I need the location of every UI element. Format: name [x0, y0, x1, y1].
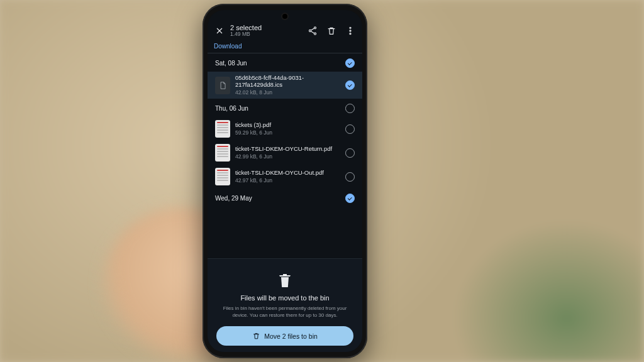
svg-point-3	[350, 27, 351, 28]
file-select-toggle[interactable]	[345, 172, 355, 182]
file-select-toggle[interactable]	[345, 148, 355, 158]
cta-label: Move 2 files to bin	[264, 332, 318, 340]
sheet-body: Files in bin haven't been permanently de…	[216, 305, 353, 319]
pdf-thumbnail-icon	[215, 144, 230, 162]
file-row[interactable]: tickets (3).pdf 59.29 kB, 6 Jun	[208, 117, 362, 141]
group-select-toggle[interactable]	[345, 194, 355, 203]
file-row-partial[interactable]	[215, 209, 355, 218]
file-list: Sat, 08 Jun 05d6b5c8-fcff-44da-9031-217f…	[208, 53, 362, 218]
file-subtext: 42.02 kB, 8 Jun	[235, 89, 340, 96]
file-select-toggle[interactable]	[345, 124, 355, 134]
group-select-toggle[interactable]	[345, 104, 355, 113]
app-bar: 2 selected 1.49 MB	[208, 23, 362, 41]
file-icon	[215, 77, 230, 94]
file-subtext: 42.99 kB, 6 Jun	[235, 153, 340, 160]
svg-point-4	[350, 30, 351, 31]
selection-size: 1.49 MB	[230, 31, 302, 37]
confirm-sheet: Files will be moved to the bin Files in …	[208, 258, 362, 352]
phone-screen: 2 selected 1.49 MB Download Sat, 08 Jun	[208, 10, 362, 352]
appbar-title-block: 2 selected 1.49 MB	[230, 24, 302, 37]
file-row[interactable]: ticket-TSLI-DKEM-OYCU-Out.pdf 42.97 kB, …	[208, 165, 362, 189]
group-header[interactable]: Wed, 29 May	[208, 189, 362, 207]
close-icon[interactable]	[214, 25, 225, 36]
camera-cutout	[282, 14, 287, 19]
file-name: 05d6b5c8-fcff-44da-9031-217fa1429dd8.ics	[235, 75, 340, 89]
delete-icon[interactable]	[326, 25, 337, 36]
file-subtext: 59.29 kB, 6 Jun	[235, 129, 340, 136]
file-subtext: 42.97 kB, 6 Jun	[235, 177, 340, 184]
share-icon[interactable]	[307, 25, 318, 36]
bin-small-icon	[252, 332, 260, 340]
group-header[interactable]: Thu, 06 Jun	[208, 99, 362, 117]
file-name: ticket-TSLI-DKEM-OYCU-Return.pdf	[235, 146, 340, 153]
file-select-toggle[interactable]	[345, 80, 355, 90]
phone-frame: 2 selected 1.49 MB Download Sat, 08 Jun	[203, 4, 367, 358]
svg-point-5	[350, 33, 351, 34]
group-header[interactable]: Sat, 08 Jun	[208, 53, 362, 72]
pdf-thumbnail-icon	[215, 168, 230, 185]
svg-point-1	[309, 30, 311, 31]
file-name: ticket-TSLI-DKEM-OYCU-Out.pdf	[235, 170, 340, 177]
sheet-title: Files will be moved to the bin	[216, 294, 353, 302]
move-to-bin-button[interactable]: Move 2 files to bin	[216, 326, 353, 346]
group-label: Sat, 08 Jun	[215, 60, 247, 67]
svg-point-2	[314, 33, 316, 35]
bin-icon	[277, 272, 293, 289]
group-label: Wed, 29 May	[215, 195, 252, 202]
group-select-toggle[interactable]	[345, 58, 355, 68]
file-row[interactable]: ticket-TSLI-DKEM-OYCU-Return.pdf 42.99 k…	[208, 141, 362, 165]
group-label: Thu, 06 Jun	[215, 105, 248, 112]
more-icon[interactable]	[345, 25, 356, 36]
breadcrumb[interactable]: Download	[208, 41, 362, 53]
pdf-thumbnail-icon	[215, 120, 230, 138]
svg-point-0	[314, 27, 316, 29]
file-name: tickets (3).pdf	[235, 122, 340, 129]
file-row[interactable]: 05d6b5c8-fcff-44da-9031-217fa1429dd8.ics…	[208, 72, 362, 99]
